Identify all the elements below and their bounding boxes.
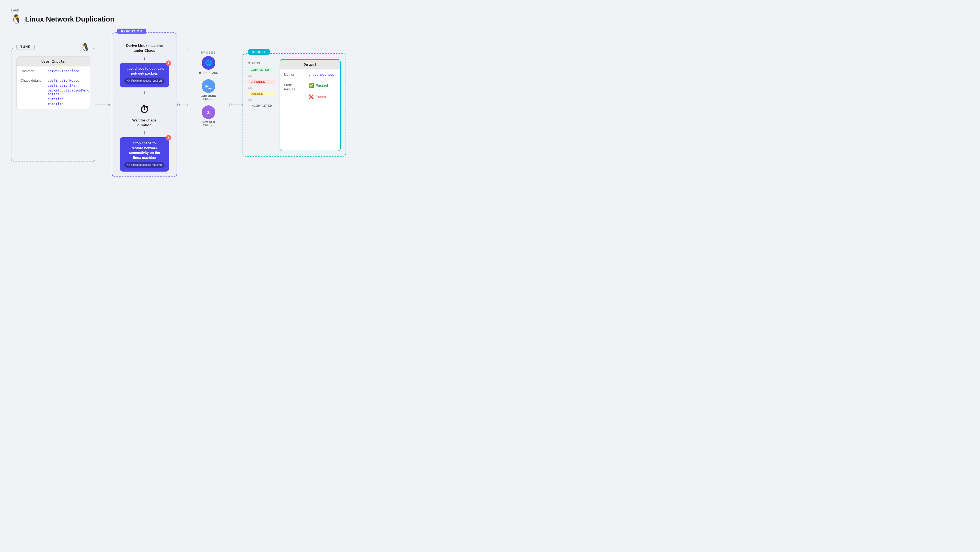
result-panel: RESULT STATUS COMPLETED OR ERRORED OR QU… xyxy=(243,53,346,157)
svg-marker-1 xyxy=(108,104,111,106)
failed-text: Failed xyxy=(316,95,326,99)
linux-icon: 🐧 xyxy=(11,14,22,24)
probe-results-row: ProbeResults ✅ Passed OR ❌ Failed xyxy=(280,80,340,102)
row-value-destIPs: destinationIPs xyxy=(48,84,89,87)
priv-badge-1: 🛡 Privilege access required xyxy=(124,78,165,84)
or-text-2: OR xyxy=(248,86,275,89)
tune-panel: TUNE 🐧 User Inputs Common networkInterfa… xyxy=(11,48,95,162)
srm-probe-label: SRM SLOPROBE xyxy=(202,121,215,127)
connector-tune-exec xyxy=(95,102,112,108)
status-section-label: STATUS xyxy=(248,62,275,65)
row-values-common: networkInterface xyxy=(48,69,79,73)
svg-point-5 xyxy=(229,104,231,106)
row-value-pktDup: packetDuplicationPercentage xyxy=(48,89,89,96)
row-value-destHosts: destinationHosts xyxy=(48,79,89,82)
page-title: 🐧 Linux Network Duplication xyxy=(11,14,969,24)
result-label: RESULT xyxy=(248,49,270,55)
status-badge-errored: ERRORED xyxy=(248,79,275,84)
or-text-1: OR xyxy=(248,75,275,77)
x-icon: ❌ xyxy=(309,94,314,99)
corner-badge-1: ✦ xyxy=(166,60,171,66)
row-values-chaos: destinationHosts destinationIPs packetDu… xyxy=(48,79,89,106)
exec-card-inject: ✦ Inject chaos to duplicatenetwork packe… xyxy=(120,63,169,87)
priv-text-1: Privilege access required xyxy=(131,79,162,83)
priv-text-2: Privilege access required xyxy=(131,163,162,167)
shield-icon-1: 🛡 xyxy=(127,79,130,83)
diagram: TUNE 🐧 User Inputs Common networkInterfa… xyxy=(11,32,420,177)
srm-probe-icon: ⊛ xyxy=(202,105,215,119)
result-status-column: STATUS COMPLETED OR ERRORED OR QUEUED OR… xyxy=(248,59,275,151)
table-row-chaos: Chaos details destinationHosts destinati… xyxy=(17,76,90,109)
status-badge-incompleted: INCOMPLETED xyxy=(248,103,275,108)
exec-step-wait: ⏱ Wait for chaosduration xyxy=(132,102,156,128)
result-output-column: Output Metrics chaos metrics ProbeResult… xyxy=(280,59,340,151)
table-row-common: Common networkInterface xyxy=(17,67,90,76)
exec-card-stop: ✦ Stop chaos torestore networkconnectivi… xyxy=(120,137,169,171)
command-probe-label: COMMANDPROBE xyxy=(201,95,216,100)
probe-results-label: ProbeResults xyxy=(284,83,306,92)
http-probe-label: HTTP PROBE xyxy=(199,71,218,75)
status-badge-queued: QUEUED xyxy=(248,92,275,96)
probe-results-values: ✅ Passed OR ❌ Failed xyxy=(309,83,328,99)
row-value-rampTime: rampTime xyxy=(48,102,89,106)
output-row-metrics: Metrics chaos metrics xyxy=(280,70,340,80)
probe-http: 🌐 HTTP PROBE xyxy=(199,56,218,75)
fault-label: Fault xyxy=(11,8,969,12)
page-header: Fault 🐧 Linux Network Duplication xyxy=(11,8,969,24)
arrow-tune-exec-icon xyxy=(95,102,112,108)
tune-linux-badge: 🐧 xyxy=(80,43,90,52)
connector-exec-probes xyxy=(177,102,188,108)
status-badge-completed: COMPLETED xyxy=(248,68,275,72)
row-value-networkinterface: networkInterface xyxy=(48,69,79,73)
connector-probes-result xyxy=(229,102,243,108)
probe-command: ▶_ COMMANDPROBE xyxy=(201,79,216,100)
corner-badge-2: ✦ xyxy=(166,135,171,141)
clock-icon: ⏱ xyxy=(132,103,156,117)
output-header: Output xyxy=(280,60,340,70)
execution-panel: EXECUTION Derive Linux machineunder Chao… xyxy=(112,32,177,177)
exec-arrow-1: ↓ xyxy=(143,55,146,61)
command-probe-icon: ▶_ xyxy=(202,79,215,93)
output-metrics-value: chaos metrics xyxy=(309,73,334,76)
or-text-3: OR xyxy=(248,98,275,101)
row-value-duration: duration xyxy=(48,97,89,101)
failed-badge: ❌ Failed xyxy=(309,94,328,99)
row-label-chaos: Chaos details xyxy=(21,79,45,82)
probe-srm: ⊛ SRM SLOPROBE xyxy=(202,105,215,127)
output-metrics-label: Metrics xyxy=(284,73,306,76)
user-inputs-table: User Inputs Common networkInterface Chao… xyxy=(16,56,90,109)
shield-icon-2: 🛡 xyxy=(127,163,130,167)
tune-label: TUNE xyxy=(16,44,35,50)
exec-arrow-3: ↓ xyxy=(143,129,146,136)
passed-text: Passed xyxy=(316,83,328,87)
http-probe-icon: 🌐 xyxy=(202,56,215,70)
check-icon: ✅ xyxy=(309,83,314,88)
svg-point-2 xyxy=(177,104,180,106)
priv-badge-2: 🛡 Privilege access required xyxy=(124,162,165,168)
passed-badge: ✅ Passed xyxy=(309,83,328,88)
arrow-probes-result-icon xyxy=(229,102,243,108)
arrow-exec-probes-icon xyxy=(177,102,188,108)
or-text-probe: OR xyxy=(309,90,328,93)
row-label-common: Common xyxy=(21,69,45,73)
page-title-text: Linux Network Duplication xyxy=(25,15,115,24)
execution-label: EXECUTION xyxy=(117,29,146,34)
probes-label: PROBES xyxy=(201,51,216,54)
exec-arrow-2: ↓ xyxy=(143,89,146,95)
table-header: User Inputs xyxy=(17,57,90,67)
probes-panel: PROBES 🌐 HTTP PROBE ▶_ COMMANDPROBE ⊛ SR… xyxy=(188,48,229,162)
exec-step-derive: Derive Linux machineunder Chaos xyxy=(126,43,163,53)
